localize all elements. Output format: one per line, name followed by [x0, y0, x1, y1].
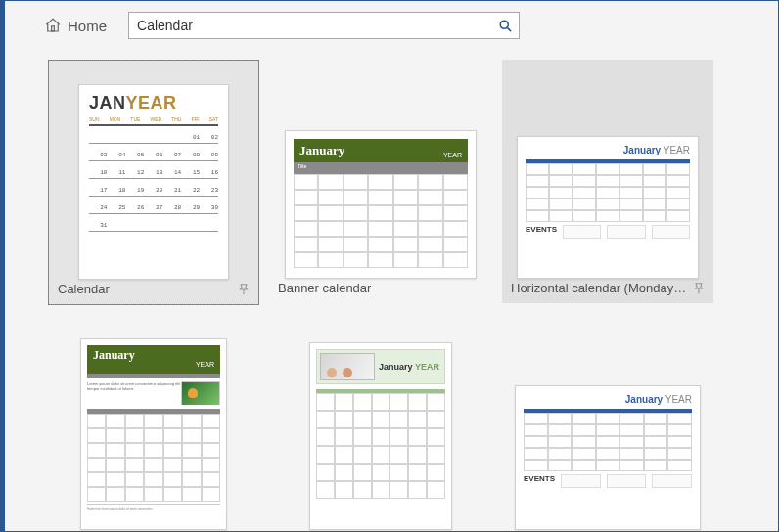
template-card[interactable]: JanuaryYEAR Lorem ipsum dolor sit amet c… — [48, 319, 259, 530]
template-card[interactable]: January YEAR EVENTS — [502, 60, 713, 303]
home-label: Home — [68, 18, 107, 34]
svg-rect-0 — [52, 26, 55, 31]
home-icon — [44, 17, 62, 34]
template-thumbnail: JanuaryYEAR Lorem ipsum dolor sit amet c… — [80, 338, 227, 530]
svg-point-1 — [500, 21, 508, 28]
search-button[interactable] — [491, 13, 519, 38]
template-thumbnail: JANYEAR SUNMONTUEWEDTHUFRISAT 0102 03040… — [78, 84, 229, 280]
template-thumbnail: JanuaryYEAR Title — [285, 130, 477, 279]
template-card[interactable]: JanuaryYEAR Title — [275, 60, 486, 297]
template-card[interactable]: January YEAR — [275, 319, 486, 530]
pin-icon[interactable] — [692, 282, 706, 295]
template-card[interactable]: January YEAR EVENTS — [502, 319, 713, 530]
svg-line-2 — [507, 27, 511, 31]
template-thumbnail: January YEAR EVENTS — [517, 136, 699, 279]
template-gallery-window: Home JANYEAR — [0, 0, 779, 532]
template-card[interactable]: JANYEAR SUNMONTUEWEDTHUFRISAT 0102 03040… — [48, 60, 259, 305]
content-area: Home JANYEAR — [5, 1, 778, 531]
photo-placeholder — [320, 353, 375, 380]
template-grid: JANYEAR SUNMONTUEWEDTHUFRISAT 0102 03040… — [5, 50, 778, 532]
template-thumbnail: January YEAR — [309, 342, 452, 530]
home-link[interactable]: Home — [44, 17, 107, 34]
template-label: Horizontal calendar (Monday st... — [511, 281, 687, 295]
pin-icon[interactable] — [237, 283, 251, 296]
top-bar: Home — [5, 1, 778, 50]
search-box — [128, 12, 520, 39]
template-label: Calendar — [58, 282, 110, 296]
template-label: Banner calendar — [278, 281, 371, 295]
template-thumbnail: January YEAR EVENTS — [515, 385, 701, 530]
search-input[interactable] — [129, 13, 491, 38]
search-icon — [498, 19, 513, 33]
